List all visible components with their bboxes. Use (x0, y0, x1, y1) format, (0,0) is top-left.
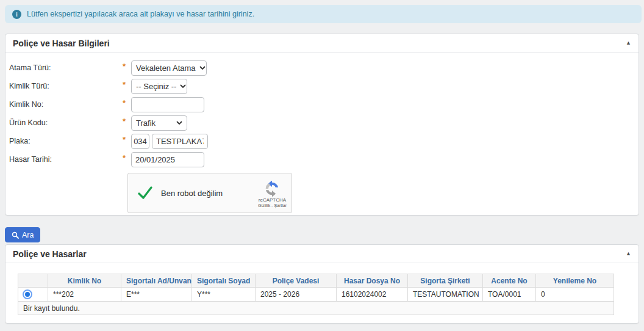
recaptcha-privacy-terms-link[interactable]: Gizlilik - Şartlar (258, 203, 287, 208)
search-icon (12, 231, 19, 239)
cell-acente-no: TOA/0001 (483, 288, 536, 302)
header-kimlik-no: Kimlik No (48, 274, 121, 288)
policy-panel: Poliçe ve Hasar Bilgileri ▲ Atama Türü: … (5, 34, 639, 216)
recaptcha-label: Ben robot değilim (161, 189, 223, 198)
urun-kodu-label: Ürün Kodu: (9, 118, 123, 127)
required-marker: * (123, 135, 129, 144)
required-marker: * (123, 153, 129, 162)
chevron-down-icon (180, 84, 186, 88)
header-acente-no: Acente No (483, 274, 536, 288)
required-marker: * (123, 117, 129, 126)
hasar-tarihi-label: Hasar Tarihi: (9, 155, 123, 164)
row-radio-selected[interactable] (23, 289, 32, 299)
info-banner: i Lütfen ekspertizi yapılacak araca ait … (5, 5, 642, 23)
form-row-plaka: Plaka: * (5, 132, 639, 150)
header-select (18, 274, 48, 288)
required-marker: * (123, 98, 129, 107)
kimlik-no-input[interactable] (131, 97, 204, 112)
info-icon: i (12, 10, 21, 19)
form-row-hasar-tarihi: Hasar Tarihi: * (5, 150, 639, 169)
kimlik-turu-value: -- Seçiniz -- (136, 82, 176, 91)
atama-turu-value: Vekaleten Atama (136, 64, 196, 73)
cell-yenileme-no: 0 (536, 288, 614, 302)
kimlik-turu-select[interactable]: -- Seçiniz -- (131, 79, 187, 94)
plaka-city-code-input[interactable] (131, 134, 149, 149)
results-table: Kimlik No Sigortalı Ad/Unvan Sigortalı S… (18, 274, 614, 315)
form-row-kimlik-turu: Kimlik Türü: * -- Seçiniz -- (5, 77, 639, 95)
chevron-down-icon (199, 66, 206, 70)
policy-panel-title: Poliçe ve Hasar Bilgileri (13, 38, 110, 48)
urun-kodu-select[interactable]: Trafik (131, 115, 187, 131)
table-footer-row: Bir kayıt bulundu. (18, 302, 614, 315)
search-button[interactable]: Ara (5, 227, 40, 242)
plaka-label: Plaka: (9, 137, 123, 145)
policy-form: Atama Türü: * Vekaleten Atama Kimlik Tür… (5, 53, 639, 213)
results-panel-header: Poliçe ve Hasarlar ▲ (5, 245, 639, 263)
form-row-kimlik-no: Kimlik No: * (5, 95, 639, 114)
record-count-text: Bir kayıt bulundu. (18, 302, 614, 315)
atama-turu-label: Atama Türü: (9, 64, 123, 72)
plate-group (131, 134, 208, 149)
results-panel-title: Poliçe ve Hasarlar (13, 249, 87, 259)
cell-sigortali-ad-unvan: E*** (121, 288, 192, 302)
kimlik-no-label: Kimlik No: (9, 100, 123, 109)
header-sigortali-ad-unvan: Sigortalı Ad/Unvan (121, 274, 192, 288)
table-header-row: Kimlik No Sigortalı Ad/Unvan Sigortalı S… (18, 274, 614, 288)
recaptcha-logo-icon (264, 181, 280, 197)
cell-sigortali-soyad: Y*** (192, 288, 256, 302)
atama-turu-select[interactable]: Vekaleten Atama (131, 60, 207, 76)
search-button-label: Ara (22, 231, 34, 239)
header-police-vadesi: Poliçe Vadesi (256, 274, 337, 288)
recaptcha-brand-name: reCAPTCHA (259, 197, 286, 203)
urun-kodu-value: Trafik (136, 118, 173, 128)
header-hasar-dosya-no: Hasar Dosya No (337, 274, 408, 288)
cell-kimlik-no: ***202 (48, 288, 121, 302)
info-banner-text: Lütfen ekspertizi yapılacak araca ait pl… (27, 10, 254, 18)
cell-sigorta-sirketi: TESTAUTOMATION (408, 288, 483, 302)
recaptcha-widget: Ben robot değilim reCAPTCHA Gizlilik - Ş… (127, 173, 292, 213)
hasar-tarihi-input[interactable] (131, 152, 204, 167)
header-sigorta-sirketi: Sigorta Şirketi (408, 274, 483, 288)
required-marker: * (123, 80, 129, 89)
chevron-up-icon[interactable]: ▲ (626, 40, 631, 46)
policy-panel-header: Poliçe ve Hasar Bilgileri ▲ (5, 34, 639, 53)
recaptcha-brand: reCAPTCHA Gizlilik - Şartlar (258, 178, 287, 208)
header-yenileme-no: Yenileme No (536, 274, 614, 288)
row-select-cell (18, 288, 48, 302)
plaka-input[interactable] (152, 134, 208, 149)
header-sigortali-soyad: Sigortalı Soyad (192, 274, 256, 288)
results-panel: Poliçe ve Hasarlar ▲ Kimlik No Sigortalı… (5, 244, 639, 324)
required-marker: * (123, 62, 129, 71)
cell-police-vadesi: 2025 - 2026 (256, 288, 337, 302)
expertise-search-page: i Lütfen ekspertizi yapılacak araca ait … (0, 0, 644, 331)
form-row-urun-kodu: Ürün Kodu: * Trafik (5, 114, 639, 132)
form-row-atama-turu: Atama Türü: * Vekaleten Atama (5, 59, 639, 77)
chevron-up-icon[interactable]: ▲ (626, 251, 631, 256)
kimlik-turu-label: Kimlik Türü: (9, 82, 123, 90)
chevron-down-icon (176, 121, 182, 125)
table-row[interactable]: ***202 E*** Y*** 2025 - 2026 16102024002… (18, 288, 614, 302)
checkmark-icon[interactable] (138, 186, 152, 200)
cell-hasar-dosya-no: 16102024002 (337, 288, 408, 302)
